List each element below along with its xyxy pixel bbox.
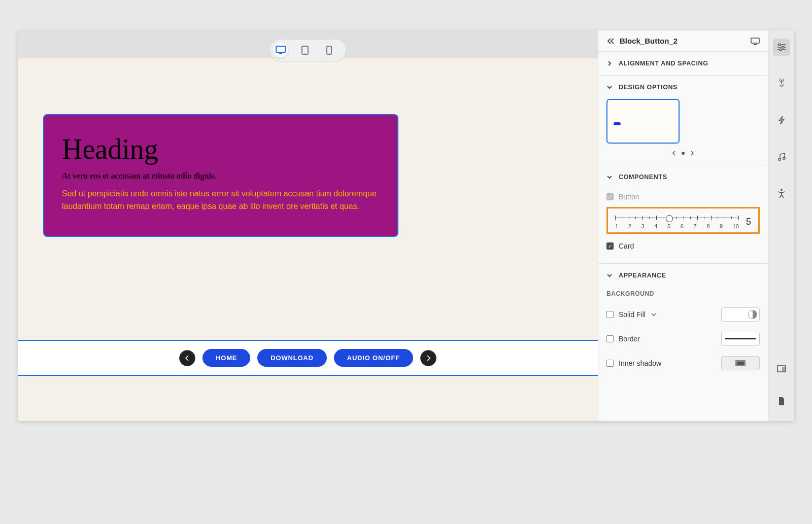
accessibility-icon[interactable] [773,185,790,202]
window-icon[interactable] [773,360,790,377]
component-card-row: ✓ Card [606,238,760,254]
design-option-tile[interactable] [606,99,680,144]
viewport-tablet-button[interactable] [297,43,313,58]
section-design-title: DESIGN OPTIONS [619,84,678,91]
section-design: DESIGN OPTIONS [598,76,768,165]
section-alignment-header[interactable]: ALIGNMENT AND SPACING [598,52,768,75]
section-components: COMPONENTS ✓ Button [598,165,768,264]
section-components-title: COMPONENTS [619,173,667,181]
svg-rect-6 [751,38,759,43]
app-window: Heading At vero eos et accusam at etiust… [18,30,794,421]
design-pager [606,151,760,156]
slider-value: 5 [746,214,751,227]
content-body[interactable]: Sed ut perspiciatis unde omnis iste natu… [62,188,380,213]
pill-button-audio[interactable]: AUDIO ON/OFF [334,349,413,367]
button-bar[interactable]: HOME DOWNLOAD AUDIO ON/OFF [18,340,598,375]
chevron-down-icon[interactable] [651,311,657,318]
pill-button-home[interactable]: HOME [202,349,250,367]
appearance-sublabel: BACKGROUND [598,287,768,302]
chevron-down-icon [606,84,613,90]
section-alignment: ALIGNMENT AND SPACING [598,52,768,76]
content-heading[interactable]: Heading [62,133,380,165]
component-button-label: Button [619,193,639,201]
canvas-area: Heading At vero eos et accusam at etiust… [18,30,598,421]
chevron-down-icon [606,174,613,180]
svg-point-5 [329,53,330,54]
slider-thumb[interactable] [666,215,673,222]
svg-point-14 [781,189,783,191]
svg-rect-16 [782,367,785,371]
inner-shadow-swatch[interactable] [721,356,760,370]
content-subheading[interactable]: At vero eos et accusam at etiusto odio d… [62,171,380,181]
viewport-desktop-button[interactable] [273,43,288,58]
svg-point-8 [779,44,781,46]
component-card-checkbox[interactable]: ✓ [606,242,614,250]
section-components-header[interactable]: COMPONENTS [598,165,768,189]
svg-rect-1 [279,53,282,54]
slider-tick-labels: 1 2 3 4 5 6 7 8 9 10 [615,223,739,229]
component-button-row: ✓ Button [606,189,760,205]
svg-point-9 [782,46,784,48]
svg-rect-0 [276,46,285,52]
svg-point-12 [778,158,780,160]
solid-fill-label: Solid Fill [619,310,646,319]
prev-arrow-button[interactable] [179,350,195,366]
selected-block-title: Block_Button_2 [620,37,746,45]
next-arrow-button[interactable] [420,350,436,366]
content-block[interactable]: Heading At vero eos et accusam at etiust… [43,114,398,237]
border-style-swatch[interactable] [721,332,760,346]
section-appearance: APPEARANCE BACKGROUND Solid Fill Border [598,264,768,375]
music-icon[interactable] [773,148,790,165]
pager-prev-icon[interactable] [671,151,676,156]
viewport-phone-button[interactable] [322,43,337,58]
svg-rect-7 [754,44,757,45]
button-count-slider[interactable]: 1 2 3 4 5 6 7 8 9 10 [615,214,739,229]
prop-border-row: Border [598,327,768,351]
svg-point-10 [780,49,782,51]
tool-rail [768,30,794,421]
touch-icon[interactable] [773,75,790,92]
component-button-checkbox[interactable]: ✓ [606,193,614,200]
inner-shadow-label: Inner shadow [619,359,661,367]
pager-dot[interactable] [682,152,685,155]
preview-screen-icon[interactable] [751,37,760,45]
collapse-panel-icon[interactable] [606,38,615,45]
chevron-right-icon [606,60,613,66]
inner-shadow-checkbox[interactable] [606,360,614,367]
prop-solid-fill-row: Solid Fill [598,302,768,327]
lightning-icon[interactable] [773,112,790,129]
solid-fill-swatch[interactable] [721,307,760,322]
svg-point-3 [304,53,306,54]
section-appearance-title: APPEARANCE [619,272,666,279]
viewport-switcher [270,40,346,61]
chevron-down-icon [606,272,613,278]
border-checkbox[interactable] [606,335,614,342]
solid-fill-checkbox[interactable] [606,311,614,318]
svg-point-13 [783,157,785,159]
prop-inner-shadow-row: Inner shadow [598,351,768,375]
document-icon[interactable] [773,393,790,410]
properties-header: Block_Button_2 [598,30,768,52]
component-card-label: Card [619,242,634,250]
page-frame[interactable]: Heading At vero eos et accusam at etiust… [18,58,598,421]
settings-sliders-icon[interactable] [773,39,790,56]
pill-button-download[interactable]: DOWNLOAD [257,349,326,367]
section-appearance-header[interactable]: APPEARANCE [598,264,768,287]
section-design-header[interactable]: DESIGN OPTIONS [598,76,768,99]
border-label: Border [619,335,640,343]
properties-panel: Block_Button_2 ALIGNMENT AND SPACING DES… [598,30,768,421]
pager-next-icon[interactable] [690,151,695,156]
section-alignment-title: ALIGNMENT AND SPACING [619,60,708,67]
button-count-slider-highlight: 1 2 3 4 5 6 7 8 9 10 5 [606,207,760,234]
